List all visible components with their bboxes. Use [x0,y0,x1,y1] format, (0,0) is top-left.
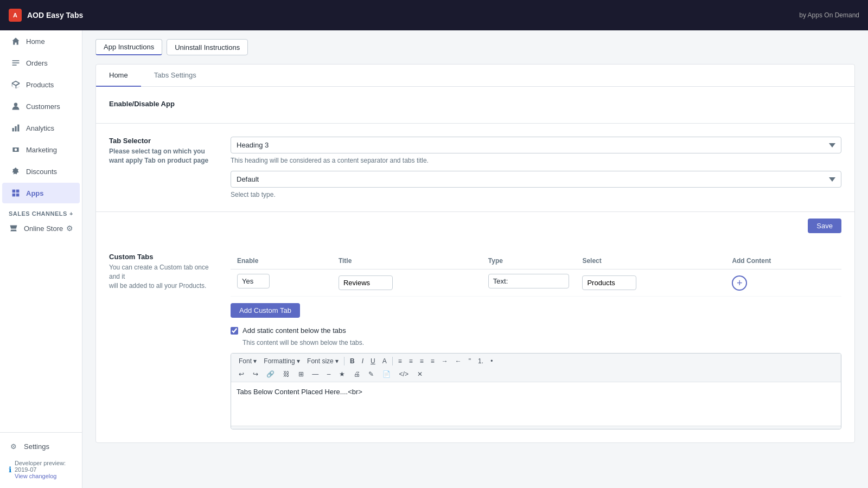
sidebar-item-analytics[interactable]: Analytics [2,118,80,138]
sidebar-item-marketing[interactable]: Marketing [2,139,80,160]
enable-section: Enable/Disable App [96,87,854,124]
products-icon [11,80,21,89]
svg-rect-5 [15,126,16,132]
bold-button[interactable]: B [347,356,358,367]
tab-selector-desc: Please select tag on which you want appl… [109,147,218,165]
top-header: A AOD Easy Tabs by Apps On Demand [0,0,868,30]
align-left-button[interactable]: ≡ [395,356,405,367]
toolbar-sep-2 [392,357,393,365]
sidebar-label-apps: Apps [26,189,44,197]
svg-rect-9 [12,194,16,197]
heading-select[interactable]: Heading 1 Heading 2 Heading 3 Heading 4 … [231,137,841,153]
save-button[interactable]: Save [808,219,841,233]
justify-button[interactable]: ≡ [427,356,438,367]
unordered-list-button[interactable]: • [487,356,496,367]
sidebar-item-home[interactable]: Home [2,31,80,52]
sidebar-item-apps[interactable]: Apps [2,183,80,203]
underline-button[interactable]: U [367,356,379,367]
ordered-list-button[interactable]: 1. [475,356,487,367]
tab-selector-section: Tab Selector Please select tag on which … [96,124,854,212]
svg-rect-6 [17,125,19,132]
tab-selector-label: Tab Selector [109,137,218,145]
formatting-dropdown[interactable]: Formatting ▾ [260,356,303,367]
editor-resize-handle[interactable] [231,426,841,429]
add-custom-tab-button[interactable]: Add Custom Tab [231,303,300,318]
svg-rect-2 [12,65,17,66]
source-button[interactable]: 📄 [379,369,394,380]
col-type: Type [482,253,576,269]
type-hint: Select tab type. [231,191,841,198]
em-dash-button[interactable]: – [324,369,334,380]
app-title: AOD Easy Tabs [27,11,83,20]
sidebar-item-online-store[interactable]: Online Store ⚙ [0,219,82,237]
remove-format-button[interactable]: ✎ [365,369,377,380]
unlink-button[interactable]: ⛓ [280,369,293,380]
align-right-button[interactable]: ≡ [417,356,427,367]
toolbar-group-align: ≡ ≡ ≡ ≡ → ← " 1. • [395,356,496,367]
uninstall-instructions-button[interactable]: Uninstall Instructions [167,39,248,55]
sidebar-label-customers: Customers [26,102,60,111]
asterisk-button[interactable]: ★ [336,369,348,380]
by-label: by Apps On Demand [799,11,859,19]
sidebar-item-orders[interactable]: Orders [2,53,80,73]
discounts-icon [11,166,21,176]
hr-button[interactable]: — [309,369,322,380]
link-button[interactable]: 🔗 [263,369,278,380]
view-changelog-link[interactable]: View changelog [15,473,56,479]
add-sales-channel-icon[interactable]: + [69,210,73,217]
type-select[interactable]: Default Accordion Vertical [231,171,841,188]
sidebar-label-marketing: Marketing [26,146,57,154]
font-size-dropdown[interactable]: Font size ▾ [304,356,342,367]
svg-point-3 [14,103,17,106]
svg-rect-4 [12,128,14,131]
heading-hint: This heading will be considered as a con… [231,157,841,164]
online-store-gear-icon[interactable]: ⚙ [66,224,73,233]
font-dropdown[interactable]: Font ▾ [235,356,260,367]
sales-channels-header: SALES CHANNELS + [0,204,82,219]
clean-button[interactable]: ✕ [414,369,426,380]
code-button[interactable]: </> [396,369,412,380]
col-title: Title [332,253,482,269]
sidebar-item-products[interactable]: Products [2,74,80,95]
custom-tabs-table: Enable Title Type Select Add Content [231,253,841,297]
redo-button[interactable]: ↪ [250,369,261,380]
add-content-button[interactable]: + [732,275,747,291]
online-store-label: Online Store [24,224,63,233]
color-button[interactable]: A [379,356,390,367]
toolbar-group-font: Font ▾ Formatting ▾ Font size ▾ [235,356,342,367]
apps-icon [11,188,21,198]
settings-label: Settings [24,442,49,451]
undo-button[interactable]: ↩ [235,369,247,380]
outdent-button[interactable]: ← [452,356,465,367]
static-content-checkbox[interactable] [231,327,238,335]
orders-icon [11,58,21,68]
svg-rect-1 [12,62,20,63]
main-content: App Instructions Uninstall Instructions … [82,30,868,488]
italic-button[interactable]: I [359,356,367,367]
row-type-select[interactable]: Text: HTML Page [488,274,570,288]
row-title-input[interactable] [339,275,393,290]
app-instructions-button[interactable]: App Instructions [95,39,162,55]
blockquote-button[interactable]: " [465,356,474,367]
row-select-input[interactable] [582,275,636,290]
sidebar-label-analytics: Analytics [26,124,54,132]
table-button[interactable]: ⊞ [295,369,307,380]
tab-home[interactable]: Home [96,65,141,87]
enable-label: Enable/Disable App [109,100,218,108]
sidebar-item-settings[interactable]: ⚙ Settings [0,437,82,455]
svg-rect-10 [16,194,20,197]
sidebar-label-products: Products [26,81,54,89]
sidebar-item-discounts[interactable]: Discounts [2,161,80,182]
analytics-icon [11,123,21,133]
indent-button[interactable]: → [438,356,451,367]
print-button[interactable]: 🖨 [350,369,363,380]
toolbar-row-2: ↩ ↪ 🔗 ⛓ ⊞ — – ★ 🖨 [235,369,837,380]
row-enable-select[interactable]: Yes No [237,274,270,288]
align-center-button[interactable]: ≡ [406,356,416,367]
sidebar-item-customers[interactable]: Customers [2,96,80,117]
tab-tabs-settings[interactable]: Tabs Settings [141,65,209,87]
custom-tabs-section: Custom Tabs You can create a Custom tab … [96,240,854,442]
col-select: Select [576,253,725,269]
sidebar-label-orders: Orders [26,59,48,67]
editor-content[interactable]: Tabs Below Content Placed Here....<br> [231,382,841,426]
